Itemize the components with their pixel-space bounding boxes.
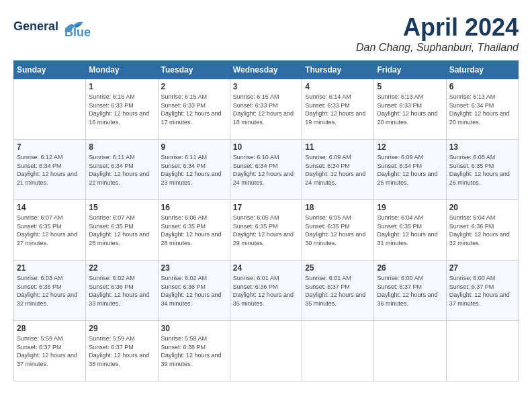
day-cell: 7 Sunrise: 6:12 AM Sunset: 6:34 PM Dayli… [14, 140, 86, 200]
day-cell: 13 Sunrise: 6:08 AM Sunset: 6:35 PM Dayl… [446, 140, 518, 200]
day-number: 27 [449, 263, 515, 273]
day-number: 1 [89, 82, 154, 91]
day-cell: 29 Sunrise: 5:59 AM Sunset: 6:37 PM Dayl… [86, 321, 158, 381]
day-cell: 24 Sunrise: 6:01 AM Sunset: 6:36 PM Dayl… [230, 261, 302, 321]
day-number: 24 [233, 263, 299, 273]
day-cell: 1 Sunrise: 6:16 AM Sunset: 6:33 PM Dayli… [86, 79, 158, 140]
day-info: Sunrise: 6:15 AM Sunset: 6:33 PM Dayligh… [161, 93, 227, 126]
header: General Blue April 2024 Dan Chang, Supha… [13, 13, 519, 54]
day-number: 30 [161, 324, 227, 333]
day-info: Sunrise: 6:02 AM Sunset: 6:36 PM Dayligh… [89, 274, 154, 308]
weekday-header-saturday: Saturday [446, 61, 518, 79]
day-cell: 6 Sunrise: 6:13 AM Sunset: 6:34 PM Dayli… [446, 79, 518, 140]
day-cell: 5 Sunrise: 6:13 AM Sunset: 6:33 PM Dayli… [374, 79, 446, 140]
day-cell: 9 Sunrise: 6:11 AM Sunset: 6:34 PM Dayli… [158, 140, 230, 200]
day-info: Sunrise: 6:00 AM Sunset: 6:37 PM Dayligh… [377, 274, 443, 308]
day-cell: 4 Sunrise: 6:14 AM Sunset: 6:33 PM Dayli… [302, 79, 374, 140]
day-info: Sunrise: 6:12 AM Sunset: 6:34 PM Dayligh… [17, 153, 83, 187]
week-row-1: 1 Sunrise: 6:16 AM Sunset: 6:33 PM Dayli… [14, 79, 519, 140]
day-cell: 25 Sunrise: 6:01 AM Sunset: 6:37 PM Dayl… [302, 261, 374, 321]
day-cell: 8 Sunrise: 6:11 AM Sunset: 6:34 PM Dayli… [86, 140, 158, 200]
day-info: Sunrise: 6:09 AM Sunset: 6:34 PM Dayligh… [305, 153, 371, 187]
day-info: Sunrise: 6:11 AM Sunset: 6:34 PM Dayligh… [161, 153, 227, 187]
day-number: 14 [17, 203, 83, 212]
day-cell: 28 Sunrise: 5:59 AM Sunset: 6:37 PM Dayl… [14, 321, 86, 381]
week-row-2: 7 Sunrise: 6:12 AM Sunset: 6:34 PM Dayli… [14, 140, 519, 200]
logo: General Blue [13, 13, 91, 40]
day-cell: 10 Sunrise: 6:10 AM Sunset: 6:34 PM Dayl… [230, 140, 302, 200]
day-info: Sunrise: 6:16 AM Sunset: 6:33 PM Dayligh… [89, 93, 154, 126]
day-info: Sunrise: 6:11 AM Sunset: 6:34 PM Dayligh… [89, 153, 154, 187]
month-title: April 2024 [356, 13, 519, 42]
day-info: Sunrise: 6:07 AM Sunset: 6:35 PM Dayligh… [17, 214, 83, 247]
day-number: 26 [377, 263, 443, 273]
day-info: Sunrise: 6:02 AM Sunset: 6:36 PM Dayligh… [161, 274, 227, 308]
day-number: 17 [233, 203, 299, 212]
day-cell [446, 321, 518, 381]
day-cell: 26 Sunrise: 6:00 AM Sunset: 6:37 PM Dayl… [374, 261, 446, 321]
calendar-table: SundayMondayTuesdayWednesdayThursdayFrid… [13, 60, 519, 381]
day-number: 21 [17, 263, 83, 273]
day-info: Sunrise: 6:07 AM Sunset: 6:35 PM Dayligh… [89, 214, 154, 247]
day-number: 25 [305, 263, 371, 273]
day-number: 7 [17, 142, 83, 152]
day-cell: 22 Sunrise: 6:02 AM Sunset: 6:36 PM Dayl… [86, 261, 158, 321]
day-cell: 23 Sunrise: 6:02 AM Sunset: 6:36 PM Dayl… [158, 261, 230, 321]
day-cell: 16 Sunrise: 6:06 AM Sunset: 6:35 PM Dayl… [158, 200, 230, 261]
day-cell [230, 321, 302, 381]
week-row-5: 28 Sunrise: 5:59 AM Sunset: 6:37 PM Dayl… [14, 321, 519, 381]
location-title: Dan Chang, Suphanburi, Thailand [356, 42, 519, 54]
week-row-4: 21 Sunrise: 6:03 AM Sunset: 6:36 PM Dayl… [14, 261, 519, 321]
day-number: 23 [161, 263, 227, 273]
day-number: 20 [449, 203, 515, 212]
title-area: April 2024 Dan Chang, Suphanburi, Thaila… [356, 13, 519, 54]
day-cell: 11 Sunrise: 6:09 AM Sunset: 6:34 PM Dayl… [302, 140, 374, 200]
day-number: 9 [161, 142, 227, 152]
day-cell: 15 Sunrise: 6:07 AM Sunset: 6:35 PM Dayl… [86, 200, 158, 261]
day-cell: 2 Sunrise: 6:15 AM Sunset: 6:33 PM Dayli… [158, 79, 230, 140]
calendar-body: 1 Sunrise: 6:16 AM Sunset: 6:33 PM Dayli… [14, 79, 519, 381]
day-number: 13 [449, 142, 515, 152]
day-info: Sunrise: 6:09 AM Sunset: 6:34 PM Dayligh… [377, 153, 443, 187]
day-number: 2 [161, 82, 227, 91]
day-cell: 20 Sunrise: 6:04 AM Sunset: 6:36 PM Dayl… [446, 200, 518, 261]
day-number: 3 [233, 82, 299, 91]
day-cell: 12 Sunrise: 6:09 AM Sunset: 6:34 PM Dayl… [374, 140, 446, 200]
day-info: Sunrise: 6:14 AM Sunset: 6:33 PM Dayligh… [305, 93, 371, 126]
day-number: 28 [17, 324, 83, 333]
day-cell: 18 Sunrise: 6:05 AM Sunset: 6:35 PM Dayl… [302, 200, 374, 261]
day-info: Sunrise: 6:04 AM Sunset: 6:35 PM Dayligh… [377, 214, 443, 247]
day-info: Sunrise: 6:15 AM Sunset: 6:33 PM Dayligh… [233, 93, 299, 126]
day-info: Sunrise: 6:00 AM Sunset: 6:37 PM Dayligh… [449, 274, 515, 308]
day-cell: 21 Sunrise: 6:03 AM Sunset: 6:36 PM Dayl… [14, 261, 86, 321]
day-info: Sunrise: 6:04 AM Sunset: 6:36 PM Dayligh… [449, 214, 515, 247]
day-number: 19 [377, 203, 443, 212]
day-cell: 19 Sunrise: 6:04 AM Sunset: 6:35 PM Dayl… [374, 200, 446, 261]
day-info: Sunrise: 6:08 AM Sunset: 6:35 PM Dayligh… [449, 153, 515, 187]
weekday-header-tuesday: Tuesday [158, 61, 230, 79]
day-cell: 3 Sunrise: 6:15 AM Sunset: 6:33 PM Dayli… [230, 79, 302, 140]
day-number: 15 [89, 203, 154, 212]
day-number: 22 [89, 263, 154, 273]
day-cell: 17 Sunrise: 6:05 AM Sunset: 6:35 PM Dayl… [230, 200, 302, 261]
day-info: Sunrise: 5:58 AM Sunset: 6:38 PM Dayligh… [161, 334, 227, 368]
day-info: Sunrise: 6:03 AM Sunset: 6:36 PM Dayligh… [17, 274, 83, 308]
day-cell: 27 Sunrise: 6:00 AM Sunset: 6:37 PM Dayl… [446, 261, 518, 321]
day-number: 18 [305, 203, 371, 212]
weekday-header-sunday: Sunday [14, 61, 86, 79]
day-cell [374, 321, 446, 381]
day-number: 12 [377, 142, 443, 152]
day-info: Sunrise: 5:59 AM Sunset: 6:37 PM Dayligh… [89, 334, 154, 368]
day-cell [14, 79, 86, 140]
day-info: Sunrise: 6:06 AM Sunset: 6:35 PM Dayligh… [161, 214, 227, 247]
day-info: Sunrise: 6:13 AM Sunset: 6:34 PM Dayligh… [449, 93, 515, 126]
day-info: Sunrise: 6:01 AM Sunset: 6:36 PM Dayligh… [233, 274, 299, 308]
day-number: 10 [233, 142, 299, 152]
day-info: Sunrise: 6:05 AM Sunset: 6:35 PM Dayligh… [305, 214, 371, 247]
day-number: 11 [305, 142, 371, 152]
day-info: Sunrise: 5:59 AM Sunset: 6:37 PM Dayligh… [17, 334, 83, 368]
weekday-header-friday: Friday [374, 61, 446, 79]
day-number: 8 [89, 142, 154, 152]
weekday-header-monday: Monday [86, 61, 158, 79]
weekday-header-thursday: Thursday [302, 61, 374, 79]
